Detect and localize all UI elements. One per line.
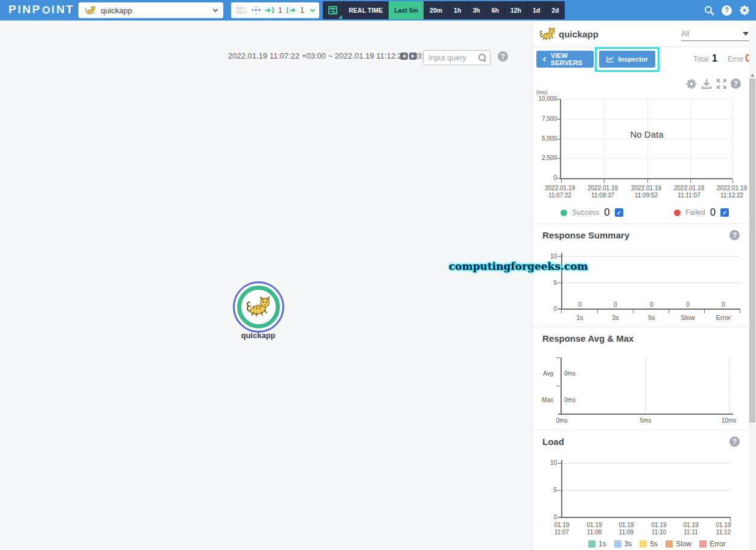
gridline [732, 99, 733, 178]
server-map-filter-box[interactable]: WASONLY 1 1 [231, 2, 319, 18]
logo-text-left: PINP [8, 3, 41, 16]
sidebar-scrollbar[interactable] [749, 71, 756, 550]
time-range-last5m-button[interactable]: Last 5m [388, 1, 424, 19]
failed-dot-icon [674, 209, 681, 216]
gridline [561, 139, 732, 139]
failed-legend-item: Failed 0 [674, 206, 729, 219]
watermark: computingforgeeks.com [449, 260, 588, 272]
divider [533, 430, 749, 430]
dashed-gridline [646, 357, 646, 414]
download-icon[interactable] [701, 78, 712, 89]
node-label: quickapp [222, 331, 294, 340]
time-range-1h-button[interactable]: 1h [448, 1, 466, 19]
time-range-2d-button[interactable]: 2d [545, 1, 564, 19]
y-axis [561, 460, 562, 518]
failed-checkbox[interactable] [720, 208, 729, 217]
response-scatter-chart[interactable]: No Data [560, 99, 732, 179]
time-range-20m-button[interactable]: 20m [424, 1, 448, 19]
total-label: Total [693, 55, 708, 63]
tomcat-icon [84, 6, 97, 15]
step-back-button[interactable] [400, 53, 408, 60]
pinpoint-app: PINPINT quickapp WASONLY [0, 0, 756, 550]
bar-value: 0 [578, 301, 582, 308]
no-data-label: No Data [630, 129, 663, 139]
step-forward-button[interactable] [409, 53, 417, 60]
gridline [690, 99, 691, 178]
x-tick: 0ms [556, 417, 568, 424]
agent-filter-value: All [681, 30, 689, 38]
legend-item[interactable]: 1s [588, 540, 606, 548]
y-tick: 0 [532, 174, 557, 181]
pinpoint-logo[interactable]: PINPINT [8, 3, 74, 16]
load-title: Load [542, 436, 564, 447]
x-tick: 2022.01.1911:12:22 [717, 185, 747, 199]
x-axis [559, 517, 731, 518]
category-label: 5s [648, 314, 655, 321]
error-label: Error [728, 55, 744, 63]
search-icon[interactable] [478, 54, 487, 62]
server-map-node-quickapp[interactable] [233, 281, 284, 333]
gridline [561, 99, 732, 100]
category-label: 3s [612, 314, 619, 321]
time-range-realtime-button[interactable]: REAL TIME [343, 1, 388, 19]
outbound-count: 1 [300, 6, 304, 14]
legend-item[interactable]: Slow [665, 540, 691, 548]
success-checkbox[interactable] [615, 208, 623, 217]
time-range-6h-button[interactable]: 6h [486, 1, 504, 19]
time-range-1d-button[interactable]: 1d [527, 1, 545, 19]
help-icon[interactable] [729, 230, 740, 240]
logo-text-right: INT [51, 3, 74, 16]
time-range-3h-button[interactable]: 3h [466, 1, 485, 19]
failed-count: 0 [710, 206, 716, 219]
gridline [561, 119, 732, 120]
x-tick: 01.1911:12 [716, 522, 731, 536]
row-label: Max [538, 397, 553, 403]
view-servers-button[interactable]: VIEW SERVERS [536, 51, 594, 68]
logo-ring-icon [42, 6, 50, 14]
chevron-down-icon [743, 32, 749, 36]
x-tick: 2022.01.1911:07:22 [545, 185, 575, 199]
row-value: 0ms [564, 397, 576, 403]
legend-item[interactable]: Error [699, 540, 726, 548]
help-icon[interactable] [731, 78, 741, 89]
expand-icon[interactable] [716, 78, 727, 89]
help-icon[interactable] [498, 51, 508, 62]
legend-item[interactable]: 3s [614, 540, 632, 548]
node-health-ring [237, 286, 280, 328]
response-avg-max-chart[interactable]: Avg 0ms Max 0ms 0ms 5ms 10ms [533, 353, 749, 425]
x-tick: 5ms [640, 417, 652, 424]
legend-swatch-3s [614, 540, 621, 548]
query-input[interactable] [424, 54, 478, 62]
node-dots-icon [252, 6, 261, 15]
x-tick: 01.1911:09 [618, 522, 634, 536]
agent-filter-select[interactable]: All [681, 28, 749, 41]
help-icon[interactable] [722, 5, 732, 16]
scrollbar-up-arrow[interactable] [751, 74, 754, 77]
application-selector[interactable]: quickapp [78, 2, 223, 18]
inbound-count: 1 [278, 6, 282, 14]
row-value: 0ms [564, 370, 576, 377]
success-dot-icon [561, 209, 567, 216]
calendar-button[interactable] [323, 1, 343, 19]
time-range-12h-button[interactable]: 12h [504, 1, 527, 19]
x-tick: 01.1911:11 [683, 522, 698, 536]
dashed-gridline [729, 357, 729, 414]
y-axis [561, 357, 562, 414]
response-summary-title: Response Summary [542, 230, 629, 240]
y-tick: 7,500 [532, 115, 557, 122]
search-icon[interactable] [704, 5, 714, 16]
y-tick: 5 [548, 280, 557, 286]
help-icon[interactable] [729, 436, 740, 447]
gridline [604, 99, 605, 178]
was-only-label: WASONLY [236, 6, 247, 14]
chart-settings-gear-icon[interactable] [686, 78, 697, 89]
chevron-left-icon [543, 57, 548, 62]
load-chart[interactable]: 10 5 0 01.1911:07 01.1911:08 01.1911:09 … [533, 456, 749, 550]
server-map-area: 2022.01.19 11:07:22 +03:00 ~ 2022.01.19 … [0, 21, 532, 550]
legend-item[interactable]: 5s [640, 540, 658, 548]
scrollbar-thumb[interactable] [749, 78, 755, 423]
success-count: 0 [604, 206, 609, 219]
inspector-highlight-box [595, 47, 659, 72]
y-tick: 0 [548, 305, 557, 312]
gear-icon[interactable] [739, 5, 750, 16]
